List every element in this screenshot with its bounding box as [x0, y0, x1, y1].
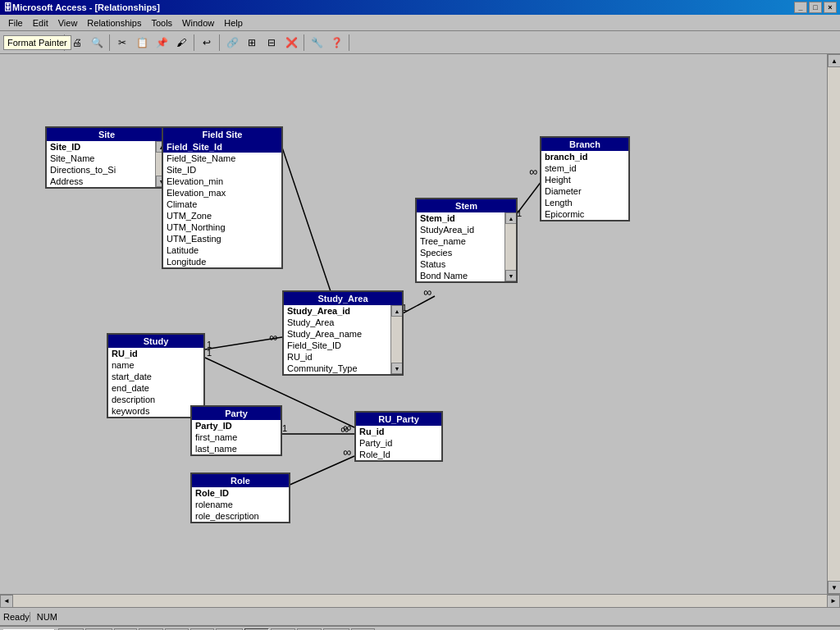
restore-button[interactable]: □ [809, 2, 822, 13]
relationships-canvas[interactable]: 1 ∞ 1 ∞ 1 ∞ 1 ∞ 1 ∞ 1 ∞ 1 ∞ [0, 54, 840, 594]
format-painter-btn[interactable]: 🖌 [172, 34, 190, 52]
table-study-area-header[interactable]: Study_Area [284, 292, 402, 305]
field-ru-id3[interactable]: Ru_id [356, 426, 441, 437]
field-stem-id[interactable]: stem_id [541, 162, 628, 174]
field-name[interactable]: name [108, 359, 203, 371]
table-stem: Stem Stem_id StudyArea_id Tree_name Spec… [415, 198, 518, 283]
field-bond-name[interactable]: Bond Name [417, 270, 504, 281]
canvas-scrollbar-bottom[interactable]: ◄ ► [0, 594, 840, 607]
field-end-date[interactable]: end_date [108, 382, 203, 394]
prop-btn[interactable]: 🔧 [308, 34, 326, 52]
field-study-area-name[interactable]: Study_Area_name [284, 328, 390, 340]
scroll-right-btn[interactable]: ► [827, 595, 840, 608]
minimize-button[interactable]: _ [794, 2, 807, 13]
field-stem-id2[interactable]: Stem_id [417, 212, 504, 224]
status-num: NUM [30, 612, 64, 622]
table-party-header[interactable]: Party [192, 407, 281, 420]
field-party-id[interactable]: Party_ID [192, 420, 281, 431]
field-height[interactable]: Height [541, 174, 628, 185]
print-btn[interactable]: 🖨 [68, 34, 86, 52]
field-rolename[interactable]: rolename [192, 499, 289, 510]
scroll-left-btn[interactable]: ◄ [0, 595, 13, 608]
table-study-header[interactable]: Study [108, 335, 203, 348]
field-community-type[interactable]: Community_Type [284, 363, 390, 374]
table-site-body: Site_ID Site_Name Directions_to_Si Addre… [47, 141, 167, 187]
field-first-name[interactable]: first_name [192, 431, 281, 443]
field-description[interactable]: description [108, 394, 203, 405]
table-branch-header[interactable]: Branch [541, 138, 628, 151]
close-button[interactable]: × [824, 2, 837, 13]
field-ru-id2[interactable]: RU_id [108, 348, 203, 359]
table-ru-party-header[interactable]: RU_Party [356, 413, 441, 426]
svg-text:1: 1 [207, 340, 212, 349]
table-site-header[interactable]: Site [47, 128, 167, 141]
field-studyarea-id[interactable]: StudyArea_id [417, 224, 504, 235]
menu-edit[interactable]: Edit [28, 16, 53, 30]
field-address[interactable]: Address [47, 176, 155, 187]
field-site-id-fs[interactable]: Site_ID [163, 164, 281, 176]
field-tree-name[interactable]: Tree_name [417, 235, 504, 247]
svg-text:1: 1 [207, 348, 212, 358]
new-btn[interactable]: 📄 [3, 34, 21, 52]
save-btn[interactable]: 💾 [43, 34, 61, 52]
scroll-up-btn[interactable]: ▲ [828, 54, 840, 67]
menu-view[interactable]: View [53, 16, 83, 30]
scroll-track-bottom [13, 595, 827, 607]
field-study-area[interactable]: Study_Area [284, 317, 390, 328]
table-role-header[interactable]: Role [192, 474, 289, 487]
table-field-site-header[interactable]: Field Site [163, 128, 281, 141]
cut-btn[interactable]: ✂ [113, 34, 131, 52]
menu-file[interactable]: File [3, 16, 28, 30]
menu-relationships[interactable]: Relationships [82, 16, 146, 30]
rel1-btn[interactable]: 🔗 [223, 34, 241, 52]
field-length[interactable]: Length [541, 197, 628, 208]
preview-btn[interactable]: 🔍 [88, 34, 106, 52]
field-climate[interactable]: Climate [163, 199, 281, 210]
field-study-area-id[interactable]: Study_Area_id [284, 305, 390, 317]
field-role-id[interactable]: Role_Id [356, 449, 441, 460]
undo-btn[interactable]: ↩ [198, 34, 216, 52]
field-species[interactable]: Species [417, 247, 504, 258]
field-site-name[interactable]: Site_Name [47, 153, 155, 164]
field-utm-zone[interactable]: UTM_Zone [163, 210, 281, 221]
open-btn[interactable]: 📂 [23, 34, 41, 52]
field-elevation-max[interactable]: Elevation_max [163, 187, 281, 199]
delete-btn[interactable]: ❌ [282, 34, 300, 52]
scroll-down-btn[interactable]: ▼ [828, 581, 840, 594]
field-field-site-id[interactable]: Field_Site_Id [163, 141, 281, 153]
table-stem-header[interactable]: Stem [417, 199, 516, 212]
field-keywords[interactable]: keywords [108, 405, 203, 417]
field-status[interactable]: Status [417, 258, 504, 270]
field-field-site-name[interactable]: Field_Site_Name [163, 153, 281, 164]
field-branch-id[interactable]: branch_id [541, 151, 628, 162]
help-btn[interactable]: ❓ [327, 34, 345, 52]
menu-help[interactable]: Help [219, 16, 248, 30]
field-role-description[interactable]: role_description [192, 510, 289, 522]
table-study-body: RU_id name start_date end_date descripti… [108, 348, 203, 417]
field-diameter[interactable]: Diameter [541, 185, 628, 197]
canvas-scrollbar-right[interactable]: ▲ ▼ [827, 54, 840, 594]
copy-btn[interactable]: 📋 [133, 34, 151, 52]
field-last-name[interactable]: last_name [192, 443, 281, 454]
svg-text:∞: ∞ [269, 331, 277, 344]
field-latitude[interactable]: Latitude [163, 244, 281, 256]
menu-window[interactable]: Window [177, 16, 219, 30]
field-longitude[interactable]: Longitude [163, 256, 281, 267]
field-field-site-id2[interactable]: Field_Site_ID [284, 340, 390, 351]
field-site-id[interactable]: Site_ID [47, 141, 155, 153]
field-utm-northing[interactable]: UTM_Northing [163, 221, 281, 233]
paste-btn[interactable]: 📌 [153, 34, 171, 52]
field-start-date[interactable]: start_date [108, 371, 203, 382]
field-directions[interactable]: Directions_to_Si [47, 164, 155, 176]
field-epicormic[interactable]: Epicormic [541, 208, 628, 220]
menu-bar: File Edit View Relationships Tools Windo… [0, 15, 840, 31]
rel2-btn[interactable]: ⊞ [243, 34, 261, 52]
field-party-id2[interactable]: Party_id [356, 437, 441, 449]
field-elevation-min[interactable]: Elevation_min [163, 176, 281, 187]
taskbar: 🪟 Start In... htt... 8... D... is... S..… [0, 625, 840, 630]
rel3-btn[interactable]: ⊟ [262, 34, 281, 52]
field-role-id2[interactable]: Role_ID [192, 487, 289, 499]
menu-tools[interactable]: Tools [146, 16, 177, 30]
field-ru-id[interactable]: RU_id [284, 351, 390, 363]
field-utm-easting[interactable]: UTM_Easting [163, 233, 281, 244]
